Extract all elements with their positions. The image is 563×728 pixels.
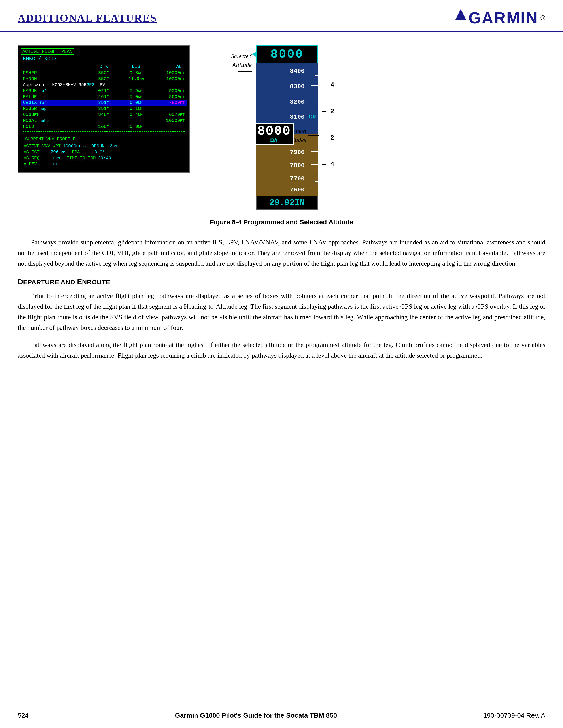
tape-label-8300: 8300 <box>290 83 305 90</box>
tape-label-8100: 8100 <box>290 114 305 120</box>
page-header: ADDITIONAL FEATURES GARMIN ® <box>0 0 563 32</box>
fp-row-hold: HOLD 168° 6.0NM <box>21 124 187 129</box>
registered-mark: ® <box>540 14 545 22</box>
figure-area: ACTIVE FLIGHT PLAN KMKC / KCOS DTK DIS A… <box>18 45 545 210</box>
fp-row-mogal: MOGAL mahp 10000FT <box>21 118 187 124</box>
fp-section-title: ACTIVE FLIGHT PLAN <box>21 48 74 55</box>
section-heading-departure: DEPARTURE AND ENROUTE <box>18 278 545 286</box>
page-footer: 524 Garmin G1000 Pilot's Guide for the S… <box>18 707 545 719</box>
tape-label-7600: 7600 <box>290 186 305 193</box>
vnv-vsreq-tod: VS REQ ——FPM TIME TO TOD 29:49 <box>24 156 184 161</box>
vnv-title: CURRENT VNV PROFILE <box>24 136 77 142</box>
fp-col-name <box>23 64 88 69</box>
tape-tick-7900 <box>311 151 318 152</box>
body-paragraph-3: Pathways are displayed along the flight … <box>18 340 545 361</box>
tick-minor-9 <box>315 168 318 168</box>
page-number: 524 <box>18 712 29 719</box>
footer-title: Garmin G1000 Pilot's Guide for the Socat… <box>175 712 337 719</box>
fp-col-dtk: DTK <box>88 64 120 69</box>
fp-row-6368ft: 6368FT 348° 0.4NM 6370FT <box>21 112 187 118</box>
side-numbers: — 4 — 2 — 2 — 4 <box>322 58 334 191</box>
selected-alt-box: 8000 <box>256 45 318 63</box>
fp-route-name: KMKC / KCOS <box>23 56 187 62</box>
tape-label-7700: 7700 <box>290 175 305 182</box>
garmin-triangle-icon <box>455 9 466 20</box>
fp-row-fsher: FSHER 352° 9.8NM 10000FT <box>21 70 187 76</box>
fp-row-pynon: PYNON 352° 11.9NM 10000FT <box>21 76 187 82</box>
fp-row-cegix: CEGIX faf 351° 6.0NM 7800FT <box>21 100 187 106</box>
current-alt-value: 8000 <box>257 124 291 139</box>
garmin-logo: GARMIN ® <box>455 9 545 27</box>
body-paragraph-2: Prior to intercepting an active flight p… <box>18 291 545 333</box>
tape-tick-7600 <box>311 189 318 189</box>
cu-label: CU <box>309 114 316 120</box>
programmed-alt-line <box>309 135 320 136</box>
garmin-logo-text: GARMIN <box>469 9 538 27</box>
tape-tick-8400 <box>311 70 318 70</box>
selected-alt-label-area: Selected Altitude <box>203 45 252 72</box>
tape-tick-7800 <box>311 164 318 165</box>
tape-label-7800: 7800 <box>290 162 305 169</box>
fp-col-headers: DTK DIS ALT <box>21 64 187 69</box>
altitude-display: Selected Altitude 8000 <box>203 45 334 210</box>
flight-plan-display: ACTIVE FLIGHT PLAN KMKC / KCOS DTK DIS A… <box>18 45 190 173</box>
fp-row-falur: FALUR 261° 5.0NM 8600FT <box>21 94 187 100</box>
tape-label-7900: 7900 <box>290 149 305 156</box>
tape-label-8200: 8200 <box>290 99 305 105</box>
fp-row-habuk: HABUK iaf 021° 5.9NM 9000FT <box>21 88 187 94</box>
selected-alt-pointer <box>252 51 257 57</box>
baro-value: 29.92IN <box>269 198 305 207</box>
tick-minor-8 <box>315 159 318 159</box>
current-alt-box: 8000 ΩA <box>256 123 294 145</box>
tick-minor-11 <box>315 181 318 182</box>
side-num-2bot: — 2 <box>322 134 334 142</box>
side-num-4bot: — 4 <box>322 161 334 168</box>
tape-tick-8300 <box>311 85 318 86</box>
fp-col-alt: ALT <box>152 64 184 69</box>
fp-col-dis: DIS <box>120 64 152 69</box>
footer-part-number: 190-00709-04 Rev. A <box>483 712 545 719</box>
side-num-2top: — 2 <box>322 108 334 115</box>
selected-alt-line <box>238 71 252 72</box>
vnv-vs-fpa: VS TGT -796FPM FPA -3.0° <box>24 150 184 155</box>
baro-display: 29.92IN <box>256 196 318 210</box>
selected-alt-label: Selected Altitude <box>231 52 252 69</box>
side-num-4top: — 4 <box>322 81 334 89</box>
tape-tick-8100 <box>311 116 318 116</box>
selected-alt-value: 8000 <box>270 47 304 61</box>
vnv-active-wpt: ACTIVE VNV WPT 10000FT at 0PSHN -3NM <box>24 144 184 149</box>
tape-tick-7700 <box>311 178 318 178</box>
vnv-profile-section: CURRENT VNV PROFILE ACTIVE VNV WPT 10000… <box>21 134 187 169</box>
tick-minor-4 <box>315 94 318 94</box>
figure-caption: Figure 8-4 Programmed and Selected Altit… <box>18 218 545 226</box>
fp-approach-header: Approach – KCOS-RNAV 35RGPS LPV <box>21 82 187 88</box>
tape-label-8400: 8400 <box>290 68 305 75</box>
body-paragraph-1: Pathways provide supplemental glidepath … <box>18 237 545 269</box>
fp-row-rw35r: RW35R map 351° 5.1NM <box>21 106 187 112</box>
section-heading-text: DEPARTURE AND ENROUTE <box>18 278 110 286</box>
tape-tick-8200 <box>311 101 318 101</box>
vnv-vdev: V DEV ——FT <box>24 161 184 167</box>
main-content: ACTIVE FLIGHT PLAN KMKC / KCOS DTK DIS A… <box>0 32 563 381</box>
section-title: ADDITIONAL FEATURES <box>18 12 157 24</box>
tick-minor-6 <box>315 110 318 110</box>
tick-minor-1 <box>315 75 318 76</box>
